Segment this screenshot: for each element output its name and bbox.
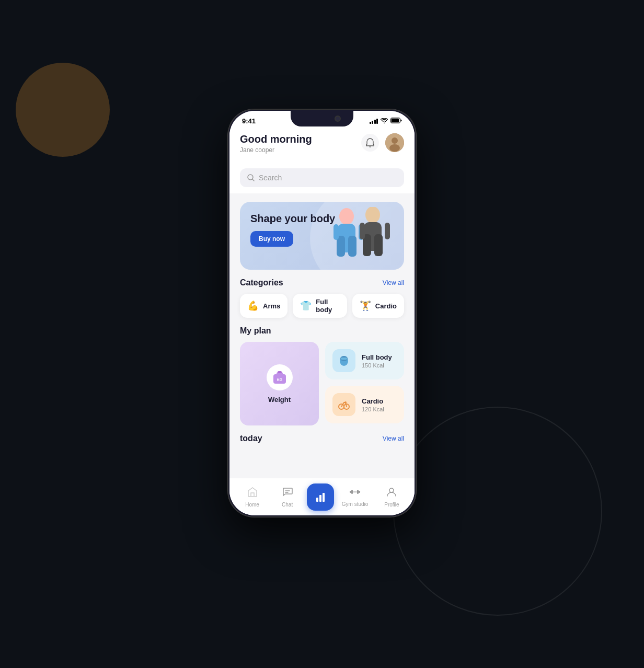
weight-scale-icon: KG — [272, 370, 287, 385]
svg-point-27 — [344, 401, 347, 404]
profile-icon — [386, 487, 397, 500]
nav-center-button[interactable] — [307, 483, 334, 511]
my-plan-section: My plan KG — [229, 326, 415, 425]
username-text: Jane cooper — [240, 146, 312, 154]
weight-icon-circle: KG — [267, 364, 293, 390]
svg-rect-24 — [341, 358, 347, 360]
chat-icon — [282, 487, 293, 500]
bg-decoration-arc — [393, 407, 602, 616]
buy-now-button[interactable]: Buy now — [250, 231, 293, 247]
nav-item-home[interactable]: Home — [237, 485, 268, 510]
phone-screen: 9:41 — [229, 111, 415, 515]
nav-item-profile[interactable]: Profile — [376, 485, 407, 510]
avatar[interactable] — [385, 133, 404, 152]
bike-icon — [338, 398, 350, 411]
svg-rect-30 — [323, 493, 325, 502]
header-greeting-block: Good morning Jane cooper — [240, 133, 312, 154]
cardio-icon: 🏋️ — [360, 300, 371, 312]
nav-item-gym[interactable]: Gym studio — [338, 485, 373, 509]
svg-rect-35 — [353, 491, 357, 492]
promo-banner[interactable]: Shape your body Buy now — [240, 202, 404, 270]
fullbody-plan-name: Full body — [362, 353, 392, 361]
svg-point-4 — [389, 144, 400, 152]
categories-section: Categories View all 💪 Arms 👕 Full body — [229, 278, 415, 318]
app-header: Good morning Jane cooper — [229, 125, 415, 162]
banner-text-block: Shape your body Buy now — [250, 212, 394, 247]
fullbody-label: Full body — [316, 298, 340, 314]
cardio-plan-icon-circle — [332, 393, 355, 416]
category-chip-arms[interactable]: 💪 Arms — [240, 294, 288, 318]
signal-icon — [370, 119, 378, 124]
svg-rect-31 — [350, 491, 351, 493]
chat-nav-label: Chat — [282, 502, 293, 508]
phone-device: 9:41 — [228, 109, 416, 517]
search-icon — [247, 174, 255, 181]
wifi-icon — [381, 118, 388, 124]
category-chip-cardio[interactable]: 🏋️ Cardio — [352, 294, 404, 318]
today-section: today View all — [229, 434, 415, 443]
my-plan-title: My plan — [240, 326, 271, 336]
svg-rect-1 — [392, 119, 399, 123]
svg-rect-33 — [351, 490, 353, 494]
cardio-plan-name: Cardio — [362, 397, 384, 405]
phone-frame: 9:41 — [228, 109, 416, 517]
fullbody-plan-card[interactable]: Full body 150 Kcal — [325, 342, 404, 379]
screen-content: Good morning Jane cooper — [229, 125, 415, 515]
cardio-label: Cardio — [375, 302, 397, 310]
today-header: today View all — [240, 434, 404, 443]
camera-dot — [335, 116, 341, 122]
gym-nav-label: Gym studio — [342, 501, 369, 507]
svg-text:KG: KG — [277, 378, 282, 382]
notification-button[interactable] — [361, 134, 379, 152]
cardio-plan-card[interactable]: Cardio 120 Kcal — [325, 386, 404, 423]
today-view-all[interactable]: View all — [383, 435, 404, 442]
svg-rect-29 — [319, 495, 321, 502]
svg-rect-20 — [278, 371, 282, 373]
bell-icon — [366, 138, 374, 147]
greeting-text: Good morning — [240, 133, 312, 145]
categories-header: Categories View all — [240, 278, 404, 287]
phone-notch — [291, 111, 353, 126]
status-icons — [370, 118, 402, 124]
category-chip-fullbody[interactable]: 👕 Full body — [293, 294, 347, 318]
svg-rect-32 — [359, 491, 360, 493]
home-nav-label: Home — [245, 502, 259, 508]
home-icon — [247, 487, 258, 500]
weight-card[interactable]: KG Weight — [240, 342, 319, 425]
svg-point-36 — [389, 488, 394, 492]
banner-title: Shape your body — [250, 212, 394, 225]
search-section: Search — [229, 162, 415, 193]
nav-item-chat[interactable]: Chat — [272, 485, 303, 510]
svg-rect-28 — [316, 498, 318, 502]
categories-view-all[interactable]: View all — [383, 279, 404, 286]
cardio-plan-kcal: 120 Kcal — [362, 406, 384, 412]
my-plan-header: My plan — [240, 326, 404, 336]
search-bar[interactable]: Search — [240, 168, 404, 187]
fullbody-plan-icon-circle — [332, 349, 355, 372]
categories-title: Categories — [240, 278, 283, 287]
weight-card-title: Weight — [268, 396, 291, 404]
arms-label: Arms — [263, 302, 280, 310]
boxing-glove-icon — [338, 354, 350, 367]
gym-icon — [349, 487, 361, 499]
arms-icon: 💪 — [247, 300, 259, 312]
header-actions — [361, 133, 404, 152]
profile-nav-label: Profile — [384, 502, 399, 508]
search-placeholder: Search — [259, 174, 282, 182]
plan-grid: KG Weight — [240, 342, 404, 425]
today-title: today — [240, 434, 262, 443]
categories-row: 💪 Arms 👕 Full body 🏋️ Cardio — [240, 294, 404, 318]
svg-point-3 — [392, 137, 398, 144]
stats-icon — [315, 491, 326, 503]
cardio-plan-info: Cardio 120 Kcal — [362, 397, 384, 412]
fullbody-plan-info: Full body 150 Kcal — [362, 353, 392, 368]
bottom-navigation: Home Chat — [229, 478, 415, 515]
bg-decoration-circle — [16, 63, 110, 157]
battery-icon — [390, 118, 402, 124]
plan-right-col: Full body 150 Kcal — [325, 342, 404, 425]
status-time: 9:41 — [242, 117, 256, 125]
fullbody-plan-kcal: 150 Kcal — [362, 362, 392, 368]
fullbody-icon: 👕 — [300, 300, 312, 312]
svg-rect-34 — [357, 490, 359, 494]
